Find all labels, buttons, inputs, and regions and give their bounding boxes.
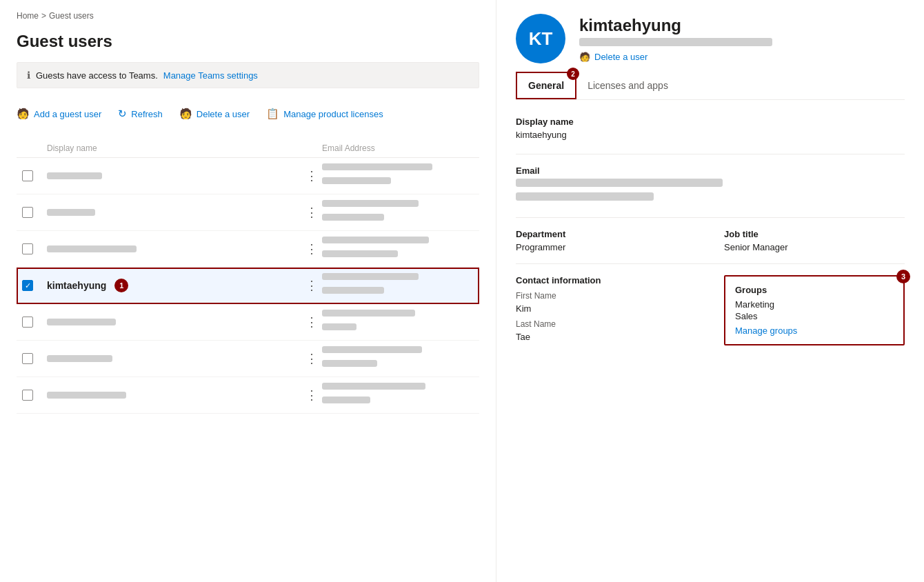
group-item-marketing: Marketing <box>735 299 894 310</box>
breadcrumb-separator: > <box>41 11 46 21</box>
groups-section: 3 Groups Marketing Sales Manage groups <box>724 275 905 345</box>
email-blurred2 <box>322 360 377 367</box>
table-row[interactable]: ⋮ <box>17 341 479 377</box>
tab-general[interactable]: General 2 <box>516 72 576 99</box>
tabs: General 2 Licenses and apps <box>516 72 905 100</box>
divider <box>516 217 905 218</box>
row-menu[interactable]: ⋮ <box>301 205 322 220</box>
user-email-blurred <box>579 38 772 46</box>
table-row-selected[interactable]: kimtaehyung 1 ⋮ <box>17 268 479 304</box>
avatar: KT <box>516 14 565 63</box>
row-menu[interactable]: ⋮ <box>301 241 322 257</box>
table-row[interactable]: ⋮ <box>17 377 479 414</box>
row-checkbox[interactable] <box>22 170 33 181</box>
manage-groups-link[interactable]: Manage groups <box>735 325 894 336</box>
contact-info-section: Contact information First Name Kim Last … <box>516 275 696 345</box>
row-checkbox[interactable] <box>22 243 33 254</box>
user-header: KT kimtaehyung 🧑 Delete a user <box>516 14 905 63</box>
tab-licenses-label: Licenses and apps <box>587 80 668 91</box>
table-row[interactable]: ⋮ <box>17 194 479 231</box>
job-title-label: Job title <box>724 229 905 239</box>
add-guest-label: Add a guest user <box>34 109 101 119</box>
email-blurred <box>322 273 419 280</box>
manage-licenses-button[interactable]: 📋 Manage product licenses <box>266 105 383 123</box>
manage-teams-link[interactable]: Manage Teams settings <box>163 70 258 81</box>
table-row[interactable]: ⋮ <box>17 231 479 268</box>
col-display-name: Display name <box>47 143 301 153</box>
delete-user-icon: 🧑 <box>579 52 590 62</box>
refresh-label: Refresh <box>131 109 163 119</box>
detail-section-display-name: Display name kimtaehyung <box>516 117 905 140</box>
detail-grid-contact-groups: Contact information First Name Kim Last … <box>516 275 905 345</box>
user-name: kimtaehyung <box>47 280 106 291</box>
department-value: Programmer <box>516 242 696 252</box>
toolbar: 🧑 Add a guest user ↻ Refresh 🧑 Delete a … <box>17 99 479 128</box>
job-title-field: Job title Senior Manager <box>724 229 905 252</box>
email-value-blurred2 <box>516 192 654 201</box>
user-name-blurred <box>47 319 116 325</box>
row-checkbox[interactable] <box>22 317 33 328</box>
first-name-label: First Name <box>516 291 696 301</box>
user-name-blurred <box>47 355 112 362</box>
table-row[interactable]: ⋮ <box>17 304 479 341</box>
divider <box>516 263 905 264</box>
delete-label: Delete a user <box>197 109 250 119</box>
email-label: Email <box>516 165 905 176</box>
breadcrumb: Home > Guest users <box>17 11 479 21</box>
tab-general-label: General <box>528 80 564 91</box>
right-panel: KT kimtaehyung 🧑 Delete a user General 2… <box>496 0 924 582</box>
user-name-blurred <box>47 392 126 399</box>
user-info: kimtaehyung 🧑 Delete a user <box>579 16 905 62</box>
email-blurred2 <box>322 214 384 221</box>
user-name-blurred <box>47 172 102 179</box>
row-checkbox[interactable] <box>22 353 33 364</box>
display-name-label: Display name <box>516 117 905 127</box>
department-field: Department Programmer <box>516 229 696 252</box>
row-menu[interactable]: ⋮ <box>301 314 322 330</box>
user-name-blurred <box>47 209 95 216</box>
row-menu[interactable]: ⋮ <box>301 168 322 183</box>
email-blurred2 <box>322 323 356 330</box>
detail-grid-dept-job: Department Programmer Job title Senior M… <box>516 229 905 252</box>
info-banner: ℹ Guests have access to Teams. Manage Te… <box>17 62 479 88</box>
breadcrumb-home[interactable]: Home <box>17 11 39 21</box>
divider <box>516 154 905 154</box>
groups-step-badge: 3 <box>896 270 910 283</box>
row-checkbox[interactable] <box>22 390 33 401</box>
delete-icon: 🧑 <box>179 108 192 120</box>
first-name-value: Kim <box>516 303 696 314</box>
job-title-value: Senior Manager <box>724 242 905 252</box>
breadcrumb-current: Guest users <box>49 11 94 21</box>
user-table: Display name Email Address ⋮ ⋮ <box>17 139 479 414</box>
display-name-value: kimtaehyung <box>516 130 905 140</box>
banner-text: Guests have access to Teams. <box>36 70 158 81</box>
groups-title: Groups <box>735 285 894 295</box>
refresh-button[interactable]: ↻ Refresh <box>118 105 163 123</box>
manage-licenses-label: Manage product licenses <box>283 109 383 119</box>
table-header: Display name Email Address <box>17 139 479 158</box>
email-blurred <box>322 346 422 353</box>
add-guest-button[interactable]: 🧑 Add a guest user <box>17 105 101 123</box>
email-blurred <box>322 163 432 170</box>
row-menu[interactable]: ⋮ <box>301 351 322 366</box>
email-blurred2 <box>322 177 391 184</box>
row-menu[interactable]: ⋮ <box>301 388 322 403</box>
col-email: Email Address <box>322 143 474 153</box>
row-checkbox-checked[interactable] <box>22 280 33 291</box>
refresh-icon: ↻ <box>118 108 127 120</box>
tab-licenses[interactable]: Licenses and apps <box>576 72 679 99</box>
table-row[interactable]: ⋮ <box>17 158 479 194</box>
email-blurred2 <box>322 397 370 403</box>
left-panel: Home > Guest users Guest users ℹ Guests … <box>0 0 496 582</box>
last-name-value: Taе <box>516 332 696 342</box>
row-checkbox[interactable] <box>22 207 33 218</box>
department-label: Department <box>516 229 696 239</box>
delete-user-button[interactable]: 🧑 Delete a user <box>179 105 250 123</box>
groups-box: 3 Groups Marketing Sales Manage groups <box>724 275 905 345</box>
contact-info-label: Contact information <box>516 275 696 285</box>
email-blurred <box>322 383 425 390</box>
row-menu[interactable]: ⋮ <box>301 278 322 293</box>
email-value-blurred <box>516 179 723 187</box>
delete-user-link[interactable]: 🧑 Delete a user <box>579 52 905 62</box>
user-name-blurred <box>47 245 137 252</box>
